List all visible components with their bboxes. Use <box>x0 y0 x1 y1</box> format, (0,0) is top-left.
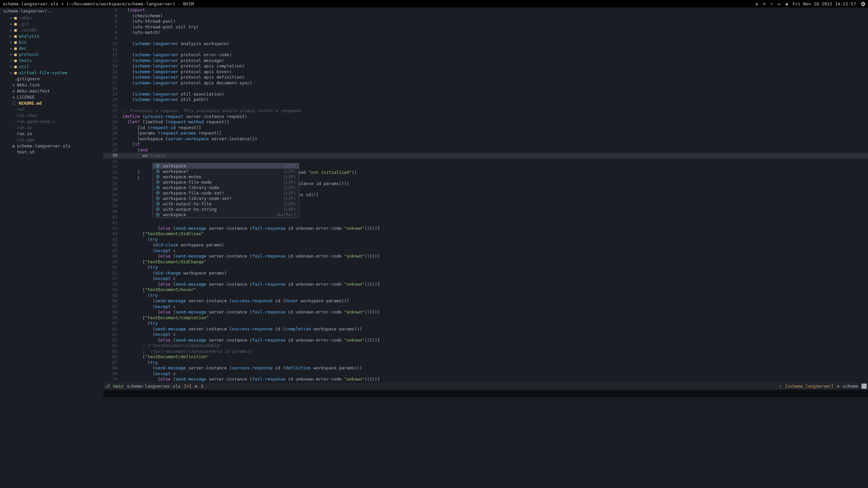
code-line[interactable]: 59 ["textDocument/completion" <box>103 315 868 321</box>
power-icon[interactable]: ⏻ <box>861 1 865 6</box>
code-line[interactable]: 60 (try <box>103 321 868 326</box>
code-line[interactable]: 68 (send-message server-instance (succes… <box>103 365 868 371</box>
code-line[interactable]: 8 (ufo-match) <box>103 30 868 36</box>
completion-item[interactable]: ⦿workspace-file-node(LSP) <box>153 180 299 185</box>
file-tree-item[interactable]: ▶■protocol <box>0 52 103 58</box>
cmdline-area[interactable] <box>103 390 868 397</box>
completion-popup[interactable]: ⦿workspace(LSP)⦿workspace?(LSP)⦿workspac… <box>153 163 299 218</box>
code-line[interactable]: 22;; Processes a request. This procedure… <box>103 108 868 114</box>
code-line[interactable]: 42 <box>103 220 868 226</box>
file-tree-item[interactable]: ·test.sh <box>0 149 103 155</box>
code-line[interactable]: 20 (scheme-langserver util path)) <box>103 97 868 103</box>
code-line[interactable]: 51 (did-change workspace params) <box>103 270 868 276</box>
completion-item[interactable]: ⦿with-output-to-file(LSP) <box>153 201 299 207</box>
file-tree-item[interactable]: ·run.so <box>0 125 103 131</box>
file-tree-item[interactable]: ▶■tests <box>0 58 103 64</box>
code-line[interactable]: 55 (try <box>103 293 868 299</box>
file-tree-item[interactable]: ▶■bin <box>0 39 103 45</box>
file-tree-item[interactable]: ·run.wpo <box>0 137 103 143</box>
code-line[interactable]: 19 (scheme-langserver util association) <box>103 92 868 97</box>
code-text: ["textDocument/completion" <box>122 315 209 321</box>
code-line[interactable]: 5 (chezscheme) <box>103 13 868 19</box>
code-line[interactable]: 27 [workspace (server-workspace server-i… <box>103 136 868 142</box>
code-line[interactable]: 24 (let* ([method (request-method reques… <box>103 119 868 125</box>
completion-item[interactable]: ⦿workspace-library-node-set!(LSP) <box>153 196 299 201</box>
code-line[interactable]: 47 (except c <box>103 248 868 254</box>
code-line[interactable]: 52 (except c <box>103 276 868 282</box>
file-tree-item[interactable]: ◆Akku.lock <box>0 82 103 88</box>
completion-item[interactable]: ⦿with-output-to-string(LSP) <box>153 207 299 212</box>
completion-item[interactable]: ⦿workspace-file-node-set!(LSP) <box>153 190 299 196</box>
completion-item[interactable]: ⦿workspace(Buffer) <box>153 212 299 218</box>
file-tree-item[interactable]: ⓘREADME.md <box>0 100 103 106</box>
code-line[interactable]: 49 ["textDocument/didChange" <box>103 259 868 265</box>
completion-item[interactable]: ⦿workspace?(LSP) <box>153 169 299 174</box>
code-line[interactable]: 4 (import <box>103 7 868 13</box>
file-tree-sidebar[interactable]: scheme-langserver/.. ▶■.akku▶■.git▶■.vsc… <box>0 7 103 488</box>
file-tree-item[interactable]: ▶■analysis <box>0 33 103 39</box>
code-line[interactable]: 43 [else (send-message server-instance (… <box>103 226 868 231</box>
code-line[interactable]: 7 (ufo-thread-pool util try) <box>103 24 868 30</box>
code-line[interactable]: 53 [else (send-message server-instance (… <box>103 282 868 287</box>
file-tree-item[interactable]: ◆Akku.manifest <box>0 88 103 94</box>
code-line[interactable]: 64 ; ["textDocument/signatureHelp" <box>103 343 868 349</box>
completion-item[interactable]: ⦿workspace-library-node(LSP) <box>153 185 299 190</box>
code-line[interactable]: 9 <box>103 36 868 41</box>
code-line[interactable]: 56 (send-message server-instance (succes… <box>103 298 868 304</box>
code-line[interactable]: 12 (scheme-langserver protocol error-cod… <box>103 52 868 58</box>
code-line[interactable]: 18 <box>103 86 868 92</box>
completion-item[interactable]: ⦿workspace(LSP) <box>153 163 299 169</box>
code-line[interactable]: 13 (scheme-langserver protocol message) <box>103 58 868 64</box>
file-tree-item[interactable]: .gitignore <box>0 76 103 82</box>
code-line[interactable]: 11 <box>103 47 868 53</box>
code-line[interactable]: 57 (except c <box>103 304 868 310</box>
code-line[interactable]: 10 (scheme-langserver analysis workspace… <box>103 41 868 47</box>
code-text: (scheme-langserver protocol error-code) <box>122 52 232 58</box>
completion-source: (LSP) <box>283 185 296 190</box>
file-tree-item[interactable]: ·run.ss <box>0 131 103 137</box>
file-tree-item[interactable]: ▶■.git <box>0 21 103 27</box>
file-tree-item[interactable]: ▶■.akku <box>0 15 103 21</box>
file-tree-item[interactable]: ◆LICENSE <box>0 94 103 100</box>
code-line[interactable]: 14 (scheme-langserver protocol apis comp… <box>103 63 868 69</box>
code-line[interactable]: 50 (try <box>103 265 868 270</box>
code-line[interactable]: 21 <box>103 103 868 108</box>
code-line[interactable]: 67 (try <box>103 360 868 366</box>
code-line[interactable]: 25 [id (request-id request)] <box>103 125 868 131</box>
code-line[interactable]: 65 ; (text-document/signatureHelp id par… <box>103 349 868 354</box>
code-line[interactable]: 17 (scheme-langserver protocol apis docu… <box>103 80 868 86</box>
code-line[interactable]: 15 (scheme-langserver protocol apis hove… <box>103 69 868 75</box>
file-tree-item[interactable]: ▶■virtual-file-system <box>0 70 103 76</box>
code-line[interactable]: 54 ["textDocument/hover" <box>103 287 868 293</box>
file-tree-item[interactable]: ·run <box>0 106 103 113</box>
code-line[interactable]: 45 (try <box>103 237 868 243</box>
file-tree-item[interactable]: ·run.chez <box>0 113 103 119</box>
line-number: 18 <box>103 86 122 92</box>
code-line[interactable]: 62 (except c <box>103 332 868 338</box>
code-line[interactable]: 16 (scheme-langserver protocol apis defi… <box>103 75 868 80</box>
code-line[interactable]: 70 [else (send-message server-instance (… <box>103 377 868 382</box>
code-line[interactable]: 26 [params (request-params request)] <box>103 130 868 136</box>
code-text: (scheme-langserver util path)) <box>122 97 209 103</box>
code-text: (ufo-thread-pool util try) <box>122 24 199 30</box>
completion-item[interactable]: ⦿workspace-mutex(LSP) <box>153 174 299 180</box>
code-line[interactable]: 58 [else (send-message server-instance (… <box>103 309 868 315</box>
code-line[interactable]: 44 ["textDocument/didClose" <box>103 231 868 237</box>
code-line[interactable]: 6 (ufo-thread-pool) <box>103 19 868 24</box>
code-line[interactable]: 30 workspace <box>103 153 868 159</box>
file-tree-item[interactable]: ■scheme-langserver.sls <box>0 143 103 149</box>
code-line[interactable]: 23(define (process-request server-instan… <box>103 114 868 120</box>
code-line[interactable]: 69 (except c <box>103 371 868 377</box>
file-tree-item[interactable]: ·run.generated.c <box>0 119 103 125</box>
editor-pane[interactable]: 4 (import5 (chezscheme)6 (ufo-thread-poo… <box>103 7 868 488</box>
code-line[interactable]: 63 [else (send-message server-instance (… <box>103 338 868 343</box>
file-tree-item[interactable]: ▶■doc <box>0 45 103 52</box>
code-line[interactable]: 66 ["textDocument/definition" <box>103 354 868 360</box>
code-line[interactable]: 61 (send-message server-instance (succes… <box>103 326 868 332</box>
code-line[interactable]: 29 (and <box>103 147 868 153</box>
file-tree-item[interactable]: ▶■util <box>0 64 103 70</box>
file-tree-item[interactable]: ▶■.vscode <box>0 27 103 33</box>
code-line[interactable]: 46 (did-close workspace params) <box>103 242 868 248</box>
code-line[interactable]: 28 (if <box>103 142 868 147</box>
code-line[interactable]: 48 [else (send-message server-instance (… <box>103 253 868 259</box>
